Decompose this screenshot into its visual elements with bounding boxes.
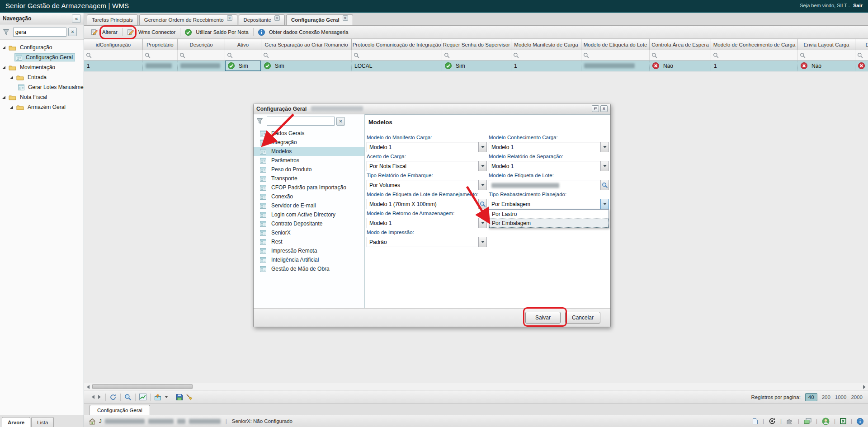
- field-input-modelo-do-manifesto-carga[interactable]: Modelo 1: [367, 142, 487, 152]
- column-filter-descricao[interactable]: [178, 50, 225, 61]
- scrollbar-thumb[interactable]: [92, 384, 193, 389]
- tab-close-icon[interactable]: ×: [227, 15, 232, 21]
- lookup-magnifier-icon[interactable]: [478, 199, 486, 209]
- column-filter-requer-senha-do-supervisor[interactable]: [442, 50, 511, 61]
- pager-chart-icon[interactable]: [138, 394, 148, 400]
- tab-gerenciar-ordem-de-recebimento[interactable]: Gerenciar Ordem de Recebimento×: [139, 14, 237, 25]
- sidebar-tab-lista[interactable]: Lista: [31, 417, 54, 427]
- column-filter-gera-separacao-ao-criar-romaneio[interactable]: [261, 50, 352, 61]
- row-cell-modelo-de-etiqueta-do-lote[interactable]: [581, 61, 650, 71]
- field-input-tipo-relatorio-de-embarque[interactable]: Por Volumes: [367, 180, 487, 190]
- column-filter-modelo-de-conhecimento-de-carga[interactable]: [711, 50, 798, 61]
- column-filter-controla-area-de-espera[interactable]: [650, 50, 711, 61]
- tree-node-gerar-lotes-manualmente[interactable]: Gerar Lotes Manualmente: [0, 82, 84, 92]
- field-input-modelo-de-etiqueta-de-lote-de-remanejamento[interactable]: Modelo 1 (70mm X 100mm): [367, 199, 487, 209]
- dropdown-caret-icon[interactable]: [600, 142, 609, 152]
- row-cell-controla-area-de-espera[interactable]: Não: [650, 61, 711, 71]
- tree-node-armazem-geral[interactable]: Armazém Geral: [0, 102, 84, 112]
- dialog-titlebar[interactable]: Configuração Geral ×: [254, 103, 610, 114]
- page-size-option-2000[interactable]: 2000: [851, 394, 863, 400]
- tab-depositante[interactable]: Depositante×: [239, 14, 285, 25]
- dropdown-option-por-embalagem[interactable]: Por Embalagem: [489, 219, 609, 228]
- tree-node-content[interactable]: Nota Fiscal: [8, 94, 49, 101]
- field-input-modelo-relatorio-de-separacao[interactable]: Modelo 1: [489, 161, 609, 171]
- column-filter-ativo[interactable]: [225, 50, 261, 61]
- column-header-descricao[interactable]: Descrição: [178, 39, 225, 50]
- column-header-proprietario[interactable]: Proprietário: [143, 39, 178, 50]
- column-header-envia-layout-carga[interactable]: Envia Layout Carga: [798, 39, 855, 50]
- dialog-section-parametros[interactable]: Parâmetros: [254, 156, 364, 165]
- pager-refresh-icon[interactable]: [108, 394, 118, 401]
- dialog-filter-input[interactable]: [267, 117, 335, 126]
- column-header-modelo-de-conhecimento-de-carga[interactable]: Modelo de Conhecimento de Carga: [711, 39, 798, 50]
- pager-prev-icon[interactable]: [90, 394, 96, 399]
- logout-link[interactable]: Sair: [853, 3, 863, 8]
- row-cell-ativo[interactable]: Sim: [225, 61, 261, 71]
- column-filter-en[interactable]: [855, 50, 868, 61]
- page-size-option-40[interactable]: 40: [805, 393, 817, 401]
- field-input-modo-de-impressao[interactable]: Padrão: [367, 237, 487, 247]
- expand-caret-icon[interactable]: [9, 105, 14, 109]
- dialog-button-cancelar[interactable]: Cancelar: [565, 312, 600, 324]
- column-filter-envia-layout-carga[interactable]: [798, 50, 855, 61]
- dialog-section-rest[interactable]: Rest: [254, 237, 364, 246]
- dialog-section-conexao[interactable]: Conexão: [254, 192, 364, 201]
- expand-caret-icon[interactable]: [2, 46, 6, 50]
- tree-node-content[interactable]: Configuração: [8, 44, 54, 51]
- bottom-tab-configuracao-geral[interactable]: Configuração Geral: [90, 405, 150, 415]
- row-cell-envia-layout-carga[interactable]: Não: [798, 61, 855, 71]
- expand-caret-icon[interactable]: [2, 66, 6, 70]
- field-input-modelo-de-etiqueta-de-lote[interactable]: [489, 180, 609, 190]
- dialog-section-inteligencia-artificial[interactable]: Inteligência Artificial: [254, 255, 364, 264]
- lookup-magnifier-icon[interactable]: [600, 180, 609, 190]
- row-cell-proprietario[interactable]: [143, 61, 178, 71]
- scroll-right-icon[interactable]: [861, 384, 868, 390]
- field-input-modelo-de-retorno-de-armazenagem[interactable]: Modelo 1: [367, 218, 487, 228]
- row-cell-descricao[interactable]: [178, 61, 225, 71]
- row-cell-en[interactable]: N: [855, 61, 868, 71]
- dialog-section-gestao-de-mao-de-obra[interactable]: Gestão de Mão de Obra: [254, 264, 364, 273]
- dropdown-caret-icon[interactable]: [478, 161, 486, 171]
- dropdown-option-por-lastro[interactable]: Por Lastro: [489, 210, 609, 219]
- dialog-section-seniorx[interactable]: SeniorX: [254, 228, 364, 237]
- status-info-icon[interactable]: [857, 418, 863, 425]
- column-header-controla-area-de-espera[interactable]: Controla Área de Espera: [650, 39, 711, 50]
- toolbar-button-alterar[interactable]: Alterar: [88, 28, 121, 37]
- close-icon[interactable]: ×: [600, 105, 608, 112]
- dialog-section-transporte[interactable]: Transporte: [254, 174, 364, 183]
- column-header-gera-separacao-ao-criar-romaneio[interactable]: Gera Separação ao Criar Romaneio: [261, 39, 352, 50]
- collapse-sidebar-button[interactable]: «: [72, 14, 81, 23]
- expand-caret-icon[interactable]: [2, 95, 6, 99]
- field-input-acerto-de-carga[interactable]: Por Nota Fiscal: [367, 161, 487, 171]
- column-header-requer-senha-do-supervisor[interactable]: Requer Senha do Supervisor: [442, 39, 511, 50]
- status-document-icon[interactable]: [752, 418, 758, 425]
- dialog-section-contrato-depositante[interactable]: Contrato Depositante: [254, 219, 364, 228]
- expand-caret-icon[interactable]: [9, 75, 14, 80]
- dropdown-caret-icon[interactable]: [478, 180, 486, 190]
- row-cell-requer-senha-do-supervisor[interactable]: Sim: [442, 61, 511, 71]
- tree-node-nota-fiscal[interactable]: Nota Fiscal: [0, 92, 84, 102]
- clear-filter-button[interactable]: ×: [68, 28, 77, 36]
- field-input-tipo-reabastecimento-planejado[interactable]: Por Embalagem: [489, 199, 609, 209]
- tree-node-content[interactable]: Armazém Geral: [15, 103, 67, 111]
- grid-data-row[interactable]: 1SimSimLOCALSim1Não1NãoN: [84, 61, 868, 71]
- column-header-protocolo-comunicacao-de-integracao[interactable]: Protocolo Comunicação de Integração: [352, 39, 442, 50]
- dialog-section-login-com-active-directory[interactable]: Login com Active Directory: [254, 210, 364, 219]
- status-windows-icon[interactable]: [804, 418, 811, 424]
- tree-node-content[interactable]: Movimentação: [8, 64, 57, 71]
- tab-close-icon[interactable]: ×: [274, 15, 280, 21]
- sidebar-tab-arvore[interactable]: Árvore: [2, 417, 30, 427]
- pager-export-caret-icon[interactable]: [163, 396, 170, 399]
- status-sync-icon[interactable]: [769, 418, 776, 425]
- row-cell-modelo-manifesto-de-carga[interactable]: 1: [511, 61, 581, 71]
- tree-node-configuracao-geral[interactable]: Configuração Geral: [0, 52, 84, 62]
- pager-next-icon[interactable]: [96, 394, 103, 399]
- scroll-left-icon[interactable]: [85, 384, 91, 390]
- column-filter-protocolo-comunicacao-de-integracao[interactable]: [352, 50, 442, 61]
- tab-tarefas-principais[interactable]: Tarefas Principais: [87, 14, 138, 25]
- dialog-section-integracao[interactable]: Integração: [254, 138, 364, 147]
- column-header-ativo[interactable]: Ativo: [225, 39, 261, 50]
- maximize-icon[interactable]: [592, 105, 599, 112]
- dialog-section-cfop-padrao-para-importacao[interactable]: CFOP Padrão para Importação: [254, 183, 364, 192]
- tree-node-configuracao[interactable]: Configuração: [0, 42, 84, 52]
